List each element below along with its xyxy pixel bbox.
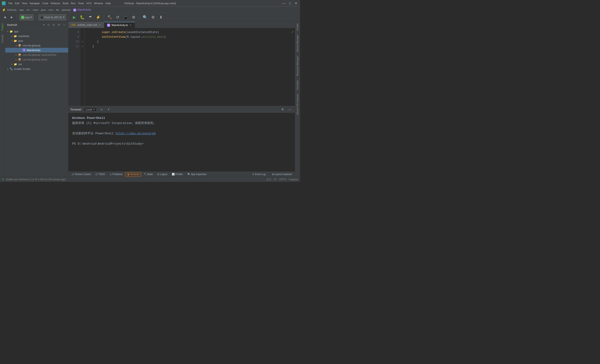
status-position[interactable]: 11:2 [266,178,271,181]
tree-item-app[interactable]: ▾ 📁 app [5,29,68,34]
device-dropdown[interactable]: 📱 Pixel XL API 31 ▾ [38,14,66,20]
status-indent[interactable]: 4 spaces [289,178,298,181]
debug-button[interactable]: 🐛 [79,14,85,21]
panel-collapse-icon[interactable]: ⊖ [52,23,55,27]
layout-inspector-icon: ⊞ [272,173,274,176]
menu-file[interactable]: File [8,1,14,5]
breadcrumb-java[interactable]: java [41,9,46,11]
sdk-button[interactable]: ⚙ [130,14,137,21]
menu-window[interactable]: Window [93,1,104,5]
panel-scroll-icon[interactable]: ⊙ [47,23,50,27]
emulator-label[interactable]: Emulator [296,78,299,91]
tree-item-androidtest[interactable]: ▸ 📦 com.llw.gitstudy (androidTest) [5,53,68,57]
breadcrumb-llw[interactable]: llw [56,9,59,11]
tab-mainactivity[interactable]: K MainActivity.kt ✕ [104,22,135,28]
breadcrumb-mainactivity[interactable]: K MainActivity [73,8,91,11]
tree-item-com-llw-gitstudy[interactable]: ▾ 📦 com.llw.gitstudy [5,43,68,48]
minimize-button[interactable]: — [282,1,286,5]
tab-close-mainactivity[interactable]: ✕ [129,24,132,27]
panel-dropdown-icon[interactable]: ▾ [43,23,45,27]
logcat-button[interactable]: ☰ Logcat [155,172,169,177]
terminal-button[interactable]: ▣ Terminal [125,172,141,177]
menu-refactor[interactable]: Refactor [50,1,61,5]
gutter-fold-10[interactable]: ⊟ [80,39,84,44]
tab-close-activity-main[interactable]: ✕ [98,23,101,27]
terminal-settings-button[interactable]: ⚙ [280,106,286,112]
menu-tools[interactable]: Tools [77,1,85,5]
tree-item-test[interactable]: ▸ 📦 com.llw.gitstudy (test) [5,57,68,62]
maximize-button[interactable]: □ [288,1,292,5]
tree-item-manifests[interactable]: ▸ 📂 manifests [5,34,68,38]
terminal-content[interactable]: Windows PowerShell 版权所有 (C) Microsoft Co… [68,113,295,172]
project-panel-title: Android [7,23,41,26]
code-content[interactable]: super.onCreate(savedInstanceState) setCo… [85,28,290,106]
tree-item-res[interactable]: ▸ 📁 res [5,62,68,66]
menu-code[interactable]: Code [41,1,49,5]
terminal-dropdown-button[interactable]: ▾ [106,106,111,112]
search-everywhere-button[interactable]: 🔍 [142,14,148,21]
back-button[interactable]: ◀ [2,14,8,20]
breadcrumb-app[interactable]: app [19,9,24,11]
menu-view[interactable]: View [21,1,28,5]
todo-button[interactable]: ☑ TODO [94,172,107,177]
breadcrumb-gitstudy2[interactable]: gitstudy [62,9,71,11]
menu-navigate[interactable]: Navigate [28,1,41,5]
coverage-button[interactable]: ☂ [87,14,94,21]
menu-run[interactable]: Run [70,1,76,5]
breadcrumb-main[interactable]: main [33,9,38,11]
forward-button[interactable]: ▶ [9,14,15,20]
close-button[interactable]: ✕ [294,1,298,5]
resource-manager-label[interactable]: Resource Manager [296,54,299,78]
panel-settings-icon[interactable]: ⚙ [57,23,61,27]
terminal-line-5 [72,136,291,141]
project-panel-label[interactable]: Project [1,22,4,33]
tree-item-java[interactable]: ▾ 📂 java [5,38,68,43]
device-manager-label[interactable]: Device Manager [296,33,299,54]
terminal-new-tab-button[interactable]: + [99,106,104,112]
settings-button[interactable]: ⚙ [150,14,156,21]
terminal-line-2: 版权所有 (C) Microsoft Corporation。保留所有权利。 [72,121,291,126]
layout-inspector-button[interactable]: ⊞ Layout Inspector [270,172,294,177]
status-encoding[interactable]: UTF-8 [279,178,286,181]
bottom-right-buttons: ① Event Log ⊞ Layout Inspector [250,172,294,177]
panel-minimize-icon[interactable]: — [63,23,66,27]
code-line-11: } [88,44,287,49]
menu-vcs[interactable]: VCS [85,1,93,5]
terminal-minimize-button[interactable]: — [287,106,293,112]
breadcrumb-src[interactable]: src [27,9,30,11]
gradle-panel-label[interactable]: Gradle [296,22,299,32]
terminal-panel: Terminal: Local ✕ + ▾ ⚙ — Windows PowerS… [68,106,295,172]
commit-panel-label[interactable]: Commit [1,33,4,45]
breadcrumb-com[interactable]: com [48,9,53,11]
profile-button[interactable]: ⚡ [95,14,102,21]
build-icon: 🔨 [144,173,147,176]
build-button-bar[interactable]: 🔨 Build [142,172,154,177]
avd-button[interactable]: 📱 [122,14,129,21]
app-logo [2,1,6,5]
app-inspection-button[interactable]: 🔍 App Inspection [186,172,208,177]
build-button[interactable]: 🔨 [106,14,113,21]
tree-item-gradle-scripts[interactable]: ▸ 🔧 Gradle Scripts [5,66,68,71]
sync-button[interactable]: ↺ [114,14,121,21]
menu-help[interactable]: Help [104,1,112,5]
device-file-explorer-label[interactable]: Device File Explorer [296,92,299,116]
event-log-button[interactable]: ① Event Log [250,172,267,177]
update-button[interactable]: ⬇ [158,14,164,21]
app-config-dropdown[interactable]: A app ▾ [19,14,34,20]
gutter-fold-11[interactable]: ⊟ [80,44,84,49]
breadcrumb-gitstudy[interactable]: GitStudy [7,9,17,11]
tree-item-mainactivity[interactable]: ▸ 🅺 MainActivity [5,48,68,53]
menu-edit[interactable]: Edit [14,1,20,5]
version-control-button[interactable]: ⎇ Version Control [69,172,93,177]
code-editor: 8 9 10 11 ⊟ ⊟ [68,28,295,106]
status-lf[interactable]: LF [274,178,277,181]
terminal-tab-local[interactable]: Local ✕ [84,107,97,112]
profiler-button[interactable]: 📊 Profiler [170,172,185,177]
tab-activity-main[interactable]: XML activity_main.xml ✕ [68,22,104,28]
pscore-link[interactable]: https://aka.ms/pscore6 [116,132,156,135]
problems-button[interactable]: ⚠ Problems [108,172,124,177]
run-button[interactable]: ▶ [71,14,78,21]
status-sync-icon: ⊙ [2,178,4,181]
menu-build[interactable]: Build [62,1,69,5]
toolbar-separator-1 [17,15,17,20]
